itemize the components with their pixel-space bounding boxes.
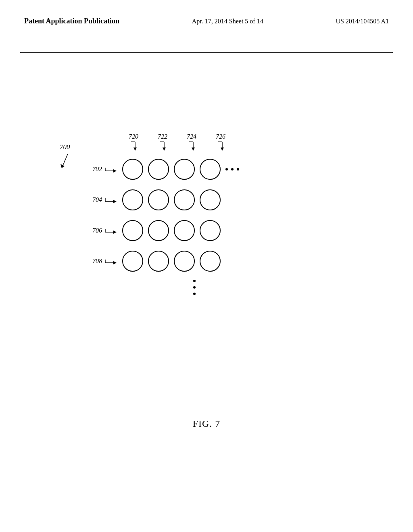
col-label-726: 726: [206, 133, 235, 154]
row-arrow-704: [104, 196, 119, 204]
circle-708-720: [122, 251, 143, 272]
svg-marker-25: [113, 261, 117, 264]
col-label-text-722: 722: [158, 133, 167, 140]
circle-708-724: [174, 251, 195, 272]
row-label-text-702: 702: [92, 166, 102, 173]
row-arrow-708: [104, 257, 119, 265]
row-label-706-group: 706: [81, 227, 119, 235]
arrow-700-svg: [60, 152, 80, 172]
row-arrow-706: [104, 227, 119, 235]
dots-vertical: [149, 280, 239, 295]
circle-702-724: [174, 159, 195, 180]
figure-caption: FIG. 7: [0, 418, 413, 429]
col-arrow-726: [217, 141, 225, 154]
circles-row-706: [122, 220, 221, 241]
col-label-722: 722: [148, 133, 177, 154]
col-label-724: 724: [177, 133, 206, 154]
header-divider: [20, 52, 393, 53]
row-label-text-708: 708: [92, 258, 102, 265]
row-label-708-group: 708: [81, 257, 119, 265]
svg-marker-16: [113, 169, 117, 172]
grid-row-702: 702: [81, 157, 239, 181]
svg-marker-1: [60, 164, 65, 168]
circle-706-724: [174, 220, 195, 241]
grid-row-706: 706: [81, 218, 239, 243]
col-arrow-722: [159, 141, 167, 154]
col-label-text-720: 720: [129, 133, 138, 140]
header-center-label: Apr. 17, 2014 Sheet 5 of 14: [192, 16, 263, 25]
dots-horizontal-702: [225, 168, 239, 170]
circles-row-708: [122, 251, 221, 272]
row-label-704-group: 704: [81, 196, 119, 204]
grid-diagram: 720 722 724: [81, 133, 239, 295]
col-label-text-724: 724: [187, 133, 196, 140]
header-left-label: Patent Application Publication: [24, 16, 119, 26]
header-right-label: US 2014/104505 A1: [336, 16, 389, 25]
label-700: 700: [60, 143, 80, 151]
svg-marker-4: [133, 148, 137, 151]
row-label-702-group: 702: [81, 165, 119, 173]
circles-row-704: [122, 189, 221, 210]
row-label-text-704: 704: [92, 196, 102, 204]
circles-row-702: [122, 159, 221, 180]
circle-704-724: [174, 189, 195, 210]
circle-706-726: [200, 220, 221, 241]
page: Patent Application Publication Apr. 17, …: [0, 0, 413, 532]
grid-row-704: 704: [81, 188, 239, 212]
header: Patent Application Publication Apr. 17, …: [0, 16, 413, 26]
svg-marker-13: [221, 148, 224, 151]
svg-marker-22: [113, 231, 117, 234]
circle-702-722: [148, 159, 169, 180]
circle-704-722: [148, 189, 169, 210]
grid-row-708: 708: [81, 249, 239, 273]
circle-706-720: [122, 220, 143, 241]
circle-704-720: [122, 189, 143, 210]
circle-708-726: [200, 251, 221, 272]
row-arrow-702: [104, 165, 119, 173]
circle-702-726: [200, 159, 221, 180]
column-labels-row: 720 722 724: [119, 133, 239, 154]
svg-marker-10: [192, 148, 195, 151]
label-700-group: 700: [60, 143, 80, 172]
circle-704-726: [200, 189, 221, 210]
svg-marker-7: [163, 148, 166, 151]
col-arrow-720: [129, 141, 138, 154]
col-label-text-726: 726: [216, 133, 225, 140]
circle-706-722: [148, 220, 169, 241]
col-arrow-724: [188, 141, 196, 154]
circle-702-720: [122, 159, 143, 180]
circle-708-722: [148, 251, 169, 272]
row-label-text-706: 706: [92, 227, 102, 234]
col-label-720: 720: [119, 133, 148, 154]
svg-marker-19: [113, 200, 117, 203]
